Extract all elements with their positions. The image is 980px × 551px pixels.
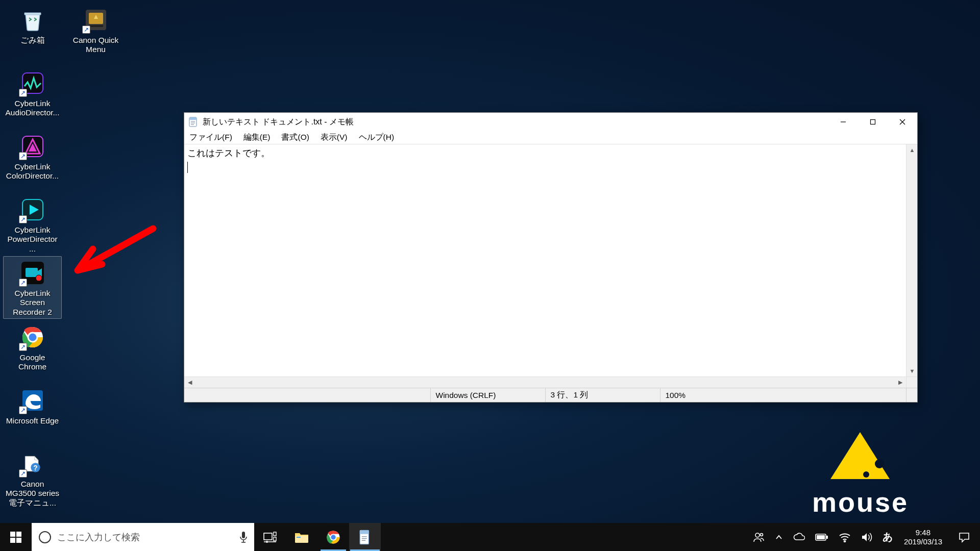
desktop-icon-label: Google Chrome: [5, 353, 60, 372]
tray-people[interactable]: [748, 523, 770, 551]
desktop-icon-audiodirector[interactable]: ↗ CyberLink AudioDirector...: [3, 66, 62, 120]
battery-icon: [815, 533, 828, 541]
speaker-icon: [861, 532, 872, 542]
status-spacer: [184, 388, 430, 402]
close-icon: [899, 119, 905, 125]
tray-volume[interactable]: [856, 523, 877, 551]
svg-rect-44: [274, 537, 276, 541]
desktop-icon-colordirector[interactable]: ↗ CyberLink ColorDirector...: [3, 130, 62, 183]
svg-rect-37: [10, 538, 15, 543]
annotation-arrow-icon: [71, 223, 158, 285]
tray-ime[interactable]: あ: [877, 523, 898, 551]
notepad-icon: [358, 530, 372, 545]
svg-point-57: [760, 533, 763, 536]
taskbar-search[interactable]: ここに入力して検索: [32, 523, 254, 551]
taskbar-app-chrome[interactable]: [317, 523, 349, 551]
task-view-button[interactable]: [254, 523, 286, 551]
chevron-up-icon: [775, 534, 782, 541]
search-placeholder: ここに入力して検索: [57, 531, 233, 543]
svg-rect-16: [89, 25, 103, 27]
desktop-icon-label: ごみ箱: [20, 36, 45, 45]
recycle-bin-icon: [20, 8, 45, 32]
desktop-icon-label: Canon MG3500 series 電子マニュ...: [5, 480, 60, 508]
taskbar-app-file-explorer[interactable]: [286, 523, 317, 551]
svg-rect-42: [264, 533, 272, 540]
taskbar-app-notepad[interactable]: [349, 523, 381, 551]
svg-rect-59: [817, 535, 825, 539]
file-explorer-icon: [294, 531, 309, 544]
desktop-icon-label: CyberLink Screen Recorder 2: [5, 289, 60, 317]
menu-bar: ファイル(F) 編集(E) 書式(O) 表示(V) ヘルプ(H): [184, 131, 917, 144]
notepad-app-icon: [188, 117, 199, 127]
desktop-icon-screen-recorder[interactable]: ↗ CyberLink Screen Recorder 2: [3, 256, 62, 319]
minimize-icon: [840, 119, 846, 125]
people-icon: [753, 531, 765, 543]
brand-logo: mouse: [812, 432, 909, 518]
mouse-cheese-icon: [829, 432, 891, 481]
scroll-left-icon[interactable]: ◀: [184, 377, 195, 388]
vertical-scrollbar[interactable]: ▲ ▼: [906, 144, 917, 377]
desktop-icon-edge[interactable]: ↗ Microsoft Edge: [3, 384, 62, 428]
notification-icon: [958, 532, 970, 543]
cloud-icon: [793, 533, 805, 542]
tray-battery[interactable]: [810, 523, 834, 551]
desktop-surface[interactable]: ごみ箱 ↗ CyberLink AudioDirector... ↗ Cyber…: [0, 0, 980, 551]
wifi-icon: [839, 532, 851, 542]
svg-rect-52: [360, 530, 369, 534]
menu-format[interactable]: 書式(O): [279, 132, 311, 143]
titlebar[interactable]: 新しいテキスト ドキュメント.txt - メモ帳: [184, 113, 917, 131]
task-view-icon: [263, 532, 277, 543]
svg-rect-36: [16, 532, 21, 537]
horizontal-scrollbar[interactable]: ◀ ▶: [184, 377, 917, 388]
menu-view[interactable]: 表示(V): [318, 132, 350, 143]
scroll-right-icon[interactable]: ▶: [895, 377, 906, 388]
svg-point-7: [36, 275, 42, 281]
taskbar[interactable]: ここに入力して検索: [0, 523, 980, 551]
menu-file[interactable]: ファイル(F): [187, 132, 234, 143]
scroll-down-icon[interactable]: ▼: [906, 365, 917, 377]
window-title: 新しいテキスト ドキュメント.txt - メモ帳: [203, 117, 354, 128]
tray-wifi[interactable]: [834, 523, 856, 551]
editor-text[interactable]: これはテストです。: [184, 144, 906, 377]
tray-overflow[interactable]: [770, 523, 788, 551]
status-bar: Windows (CRLF) 3 行、1 列 100%: [184, 388, 917, 402]
svg-point-56: [755, 533, 760, 537]
notepad-window[interactable]: 新しいテキスト ドキュメント.txt - メモ帳 ファイル(F) 編集(E) 書…: [184, 112, 918, 403]
status-encoding: Windows (CRLF): [430, 388, 545, 402]
window-close-button[interactable]: [888, 113, 917, 131]
editor-area[interactable]: これはテストです。 ▲ ▼: [184, 144, 917, 377]
svg-rect-35: [10, 532, 15, 537]
menu-edit[interactable]: 編集(E): [241, 132, 273, 143]
window-maximize-button[interactable]: [858, 113, 888, 131]
svg-text:?: ?: [33, 464, 37, 472]
svg-point-34: [863, 471, 869, 478]
svg-point-50: [330, 534, 336, 540]
desktop-icon-label: Microsoft Edge: [6, 416, 59, 425]
desktop-icon-recycle-bin[interactable]: ごみ箱: [3, 3, 62, 47]
scrollbar-corner: [906, 377, 917, 388]
desktop-icon-canon-quick-menu[interactable]: ↗ Canon Quick Menu: [66, 3, 125, 57]
svg-point-33: [875, 459, 884, 468]
desktop-icon-label: CyberLink ColorDirector...: [5, 162, 60, 181]
svg-point-9: [28, 333, 37, 342]
menu-help[interactable]: ヘルプ(H): [357, 132, 397, 143]
tray-action-center[interactable]: [948, 523, 980, 551]
chrome-icon: [326, 530, 341, 545]
tray-clock[interactable]: 9:48 2019/03/13: [898, 523, 948, 551]
desktop-icon-label: Canon Quick Menu: [68, 36, 123, 55]
tray-onedrive[interactable]: [788, 523, 810, 551]
window-minimize-button[interactable]: [828, 113, 858, 131]
scroll-up-icon[interactable]: ▲: [906, 144, 917, 156]
svg-rect-6: [26, 268, 38, 277]
editor-line-1: これはテストです。: [187, 147, 270, 158]
desktop-icon-powerdirector[interactable]: ↗ CyberLink PowerDirector ...: [3, 193, 62, 256]
start-button[interactable]: [0, 523, 32, 551]
desktop-icon-chrome[interactable]: ↗ Google Chrome: [3, 320, 62, 374]
svg-rect-43: [274, 532, 276, 536]
desktop-icon-canon-manual[interactable]: ? ↗ Canon MG3500 series 電子マニュ...: [3, 447, 62, 510]
resize-grip[interactable]: [906, 388, 917, 402]
microphone-icon[interactable]: [239, 531, 248, 543]
maximize-icon: [870, 119, 876, 125]
status-zoom: 100%: [660, 388, 906, 402]
system-tray: あ 9:48 2019/03/13: [748, 523, 980, 551]
